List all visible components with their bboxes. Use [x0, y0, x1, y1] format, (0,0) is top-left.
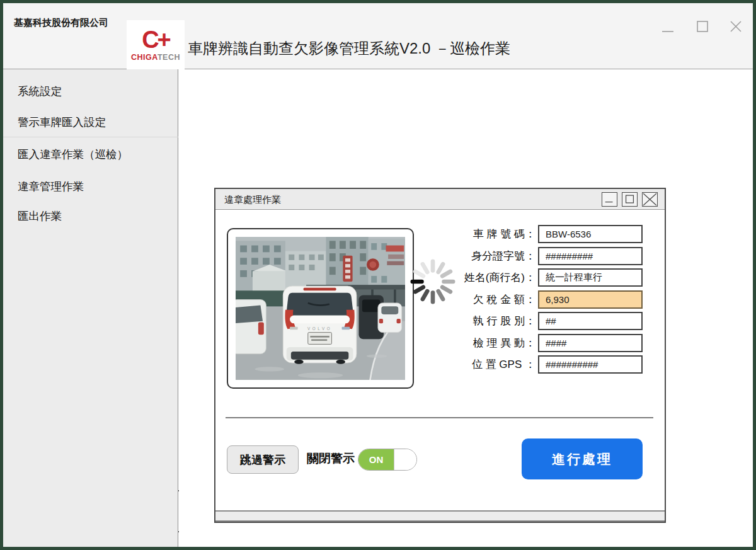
- close-icon[interactable]: [728, 19, 743, 34]
- field-row-gps: 位 置 GPS ：: [442, 355, 643, 374]
- branch-label: 執 行 股 別：: [442, 314, 536, 328]
- app-window: 基嘉科技股份有限公司 C+ CHIGATECH 車牌辨識自動查欠影像管理系統V2…: [0, 0, 756, 550]
- toggle-knob[interactable]: [394, 449, 416, 470]
- dialog-maximize-icon[interactable]: [622, 192, 638, 207]
- sidebar-item-violation-manage[interactable]: 違章管理作業: [18, 179, 84, 194]
- dialog-close-icon[interactable]: [642, 192, 658, 207]
- minimize-icon[interactable]: [660, 24, 675, 39]
- plate-number-field[interactable]: [538, 225, 643, 243]
- close-warning-toggle[interactable]: ON: [358, 449, 417, 471]
- dialog-divider: [226, 417, 653, 418]
- id-number-field[interactable]: [538, 247, 643, 265]
- branch-field[interactable]: [538, 312, 643, 330]
- gps-label: 位 置 GPS ：: [442, 357, 536, 372]
- field-row-name: 姓名(商行名)：: [442, 268, 643, 287]
- sidebar-item-warning-plate-import[interactable]: 警示車牌匯入設定: [18, 115, 106, 130]
- field-row-inspection-change: 檢 理 異 動：: [442, 334, 643, 352]
- violation-dialog: 違章處理作業: [214, 188, 666, 523]
- field-row-branch: 執 行 股 別：: [442, 312, 643, 330]
- sidebar-divider: [3, 137, 178, 137]
- field-row-tax-owed: 欠 稅 金 額：: [442, 290, 643, 309]
- brand-logo: C+ CHIGATECH: [127, 20, 185, 69]
- sidebar-item-export[interactable]: 匯出作業: [18, 209, 62, 224]
- traffic-scene-image: [236, 237, 405, 380]
- skip-warning-button[interactable]: 跳過警示: [227, 445, 299, 474]
- inspection-change-field[interactable]: [538, 334, 643, 352]
- logo-mark-icon: C+: [142, 28, 169, 52]
- violation-photo: [227, 228, 414, 389]
- logo-text: CHIGATECH: [131, 53, 180, 62]
- maximize-icon[interactable]: [695, 19, 710, 34]
- tax-owed-field[interactable]: [538, 290, 643, 309]
- field-row-id-number: 身分證字號：: [442, 247, 643, 265]
- toggle-on-state: ON: [358, 449, 394, 470]
- dialog-titlebar[interactable]: 違章處理作業: [215, 189, 665, 210]
- process-button[interactable]: 進行處理: [522, 438, 643, 479]
- page-title: 車牌辨識自動查欠影像管理系統V2.0 －巡檢作業: [188, 38, 510, 59]
- plate-number-label: 車 牌 號 碼：: [442, 227, 536, 241]
- close-warning-label: 關閉警示: [307, 450, 355, 467]
- dialog-title: 違章處理作業: [224, 189, 281, 210]
- field-row-plate-number: 車 牌 號 碼：: [442, 225, 643, 243]
- header: 基嘉科技股份有限公司 C+ CHIGATECH 車牌辨識自動查欠影像管理系統V2…: [3, 3, 753, 69]
- gps-field[interactable]: [538, 355, 643, 374]
- name-label: 姓名(商行名)：: [442, 270, 536, 285]
- id-number-label: 身分證字號：: [442, 249, 536, 263]
- dialog-minimize-icon[interactable]: [602, 192, 617, 207]
- dialog-status-strip: [215, 510, 665, 522]
- company-name: 基嘉科技股份有限公司: [14, 17, 108, 29]
- tax-owed-label: 欠 稅 金 額：: [442, 292, 536, 307]
- sidebar-item-system-settings[interactable]: 系統設定: [18, 84, 62, 99]
- inspection-change-label: 檢 理 異 動：: [442, 336, 536, 350]
- sidebar: 系統設定 警示車牌匯入設定 匯入違章作業（巡檢） 違章管理作業 匯出作業: [3, 69, 178, 547]
- name-field[interactable]: [538, 268, 643, 287]
- sidebar-item-violation-import[interactable]: 匯入違章作業（巡檢）: [18, 147, 128, 162]
